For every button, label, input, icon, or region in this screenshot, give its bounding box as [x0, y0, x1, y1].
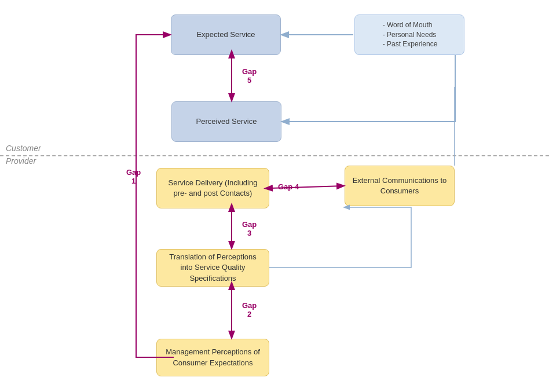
- management-perceptions-box: Management Perceptions of Consumer Expec…: [156, 339, 269, 376]
- gap2-label: Gap 2: [242, 301, 257, 318]
- word-of-mouth-label: - Word of Mouth - Personal Needs - Past …: [383, 20, 438, 49]
- customer-label: Customer: [6, 144, 41, 153]
- external-communications-box: External Communications to Consumers: [345, 166, 455, 206]
- service-delivery-label: Service Delivery (Including pre- and pos…: [164, 178, 262, 199]
- word-of-mouth-box: - Word of Mouth - Personal Needs - Past …: [354, 14, 464, 55]
- management-perceptions-label: Management Perceptions of Consumer Expec…: [164, 347, 262, 368]
- translation-to-external-arrow: [269, 207, 411, 268]
- translation-label: Translation of Perceptions into Service …: [164, 252, 262, 284]
- translation-box: Translation of Perceptions into Service …: [156, 249, 269, 287]
- gap5-label: Gap 5: [242, 67, 257, 85]
- service-delivery-box: Service Delivery (Including pre- and pos…: [156, 168, 269, 208]
- divider-line: [0, 155, 549, 156]
- diagram: Customer Provider Expected Service Perce…: [0, 0, 549, 392]
- expected-service-box: Expected Service: [171, 14, 281, 55]
- expected-service-label: Expected Service: [196, 30, 255, 40]
- provider-label: Provider: [6, 156, 36, 166]
- external-communications-label: External Communications to Consumers: [352, 175, 447, 196]
- external-to-perceived-arrow: [283, 55, 455, 122]
- gap3-label: Gap 3: [242, 220, 257, 237]
- perceived-service-label: Perceived Service: [196, 116, 257, 127]
- arrows-svg: [0, 0, 549, 392]
- gap4-label: Gap 4: [278, 182, 299, 191]
- gap1-label: Gap 1: [126, 168, 141, 185]
- perceived-service-box: Perceived Service: [171, 101, 281, 142]
